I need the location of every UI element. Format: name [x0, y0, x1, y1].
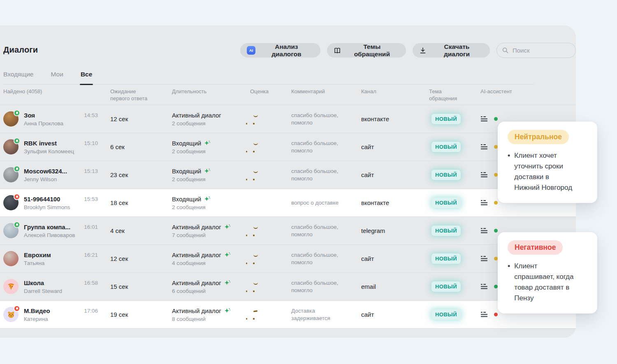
page: Диалоги AI Анализ диалогов Темы обращени…: [0, 0, 617, 364]
duration-cell: Активный диалог 7 сообщений: [172, 223, 250, 238]
first-response-wait: 4 сек: [110, 227, 172, 234]
duration-cell: Входящий 2 сообщения: [172, 168, 250, 182]
first-response-wait: 15 сек: [110, 283, 172, 290]
ai-sparkle-icon: [224, 252, 231, 258]
comment: вопрос о доставке: [291, 199, 361, 207]
book-icon: [334, 47, 341, 54]
message-count: 2 сообщения: [172, 204, 250, 210]
channel: сайт: [361, 143, 429, 150]
message-count: 6 сообщений: [172, 288, 250, 294]
pizza-avatar: [3, 279, 19, 294]
summary-icon: [480, 228, 488, 234]
summary-icon: [480, 172, 488, 178]
tab-0[interactable]: Входящие: [3, 67, 34, 84]
ai-status-dot: [494, 285, 498, 288]
avatar: [3, 139, 19, 154]
topics-button[interactable]: Темы обращений: [327, 43, 406, 58]
dialog-row-5[interactable]: Еврохим Татьяна 16:21 12 сек Активный ди…: [0, 245, 576, 273]
column-header-4: Канал: [361, 88, 429, 105]
topic-cell: НОВЫЙ: [429, 170, 480, 180]
dialog-row-3[interactable]: 51-99644100 Brooklyn Simmons 15:53 18 се…: [0, 189, 576, 217]
topics-label: Темы обращений: [345, 43, 399, 58]
duration-cell: Входящий 2 сообщения: [172, 196, 250, 210]
dialog-status: Входящий: [172, 196, 201, 203]
client-cell: Moscow6324... Jenny Wilson 15:13: [3, 161, 110, 189]
message-count: 4 сообщения: [172, 260, 250, 266]
dialog-row-2[interactable]: Moscow6324... Jenny Wilson 15:13 23 сек …: [0, 161, 576, 189]
dialog-time: 17:06: [84, 308, 98, 314]
download-dialogs-button[interactable]: Скачать диалоги: [413, 43, 490, 58]
avatar-status-badge: [14, 110, 20, 116]
dialog-time: 14:53: [84, 112, 98, 118]
dialog-time: 15:53: [84, 196, 98, 202]
dialog-status: Входящий: [172, 168, 201, 175]
ai-sparkle-icon: [204, 140, 211, 146]
dialog-status: Активный диалог: [172, 307, 221, 314]
topic-badge[interactable]: НОВЫЙ: [431, 170, 461, 180]
tabs: ВходящиеМоиВсе: [3, 67, 534, 85]
client-cell: RBK invest Зульфия Коломеец 15:10: [3, 133, 110, 161]
client-cell: Зоя Анна Проклова 14:53: [3, 105, 110, 133]
message-count: 2 сообщения: [172, 120, 250, 127]
first-response-wait: 19 сек: [110, 311, 172, 318]
duration-cell: Активный диалог 8 сообщений: [172, 307, 250, 322]
ai-sparkle-icon: [224, 308, 231, 314]
avatar: [3, 223, 19, 238]
client-name: Moscow6324...: [24, 168, 67, 175]
topic-badge[interactable]: НОВЫЙ: [431, 142, 461, 152]
avatar: [3, 167, 19, 182]
topic-badge[interactable]: НОВЫЙ: [431, 114, 461, 124]
topic-cell: НОВЫЙ: [429, 114, 480, 124]
dialog-time: 16:58: [84, 280, 98, 286]
avatar-photo: [3, 251, 19, 266]
dialog-row-1[interactable]: RBK invest Зульфия Коломеец 15:10 6 сек …: [0, 133, 576, 161]
message-count: 7 сообщений: [172, 232, 250, 238]
channel: telegram: [361, 227, 429, 234]
ai-sparkle-icon: [204, 196, 211, 202]
dialog-row-6[interactable]: Школа Darrell Steward 16:58 15 сек Актив…: [0, 273, 576, 301]
dialog-row-0[interactable]: Зоя Анна Проклова 14:53 12 сек Активный …: [0, 105, 576, 133]
avatar: [3, 111, 19, 127]
avatar-status-badge: [14, 166, 20, 172]
client-subname: Brooklyn Simmons: [24, 204, 70, 210]
tab-2[interactable]: Все: [81, 67, 92, 84]
avatar: [3, 279, 19, 294]
topic-badge[interactable]: НОВЫЙ: [431, 253, 461, 264]
sentiment-text: Клиент хочет уточнить сроки доставки в Н…: [514, 150, 572, 193]
client-subname: Катерина: [24, 316, 50, 322]
ai-status-dot: [494, 313, 498, 316]
dialog-status: Активный диалог: [172, 279, 221, 286]
ai-status-dot: [494, 201, 498, 205]
comment: спасибо большое, помогло: [291, 168, 361, 182]
first-response-wait: 6 сек: [110, 143, 172, 150]
ai-status-dot: [494, 229, 498, 233]
topic-badge[interactable]: НОВЫЙ: [431, 198, 461, 208]
comment: спасибо большое, помогло: [291, 223, 361, 238]
analyze-dialogs-button[interactable]: AI Анализ диалогов: [240, 43, 320, 58]
client-name: Школа: [24, 279, 62, 286]
avatar: [3, 307, 19, 322]
topic-badge[interactable]: НОВЫЙ: [431, 281, 461, 292]
ai-sparkle-icon: [204, 168, 211, 174]
toolbar: AI Анализ диалогов Темы обращений Скачат…: [240, 43, 576, 58]
bell-icon: [15, 167, 19, 171]
topic-badge[interactable]: НОВЫЙ: [431, 226, 461, 236]
avatar-status-badge: [14, 221, 20, 228]
comment: спасибо большое, помогло: [291, 112, 361, 127]
duration-cell: Активный диалог 4 сообщения: [172, 251, 250, 266]
ai-sparkle-icon: [224, 224, 231, 230]
tab-1[interactable]: Мои: [51, 67, 63, 84]
column-header-5: Тема обращения: [429, 88, 480, 105]
dialog-row-7[interactable]: М.Видео Катерина 17:06 19 сек Активный д…: [0, 301, 576, 329]
client-name: Зоя: [24, 112, 63, 119]
topic-cell: НОВЫЙ: [429, 309, 480, 320]
column-header-1: Длительность: [172, 88, 250, 105]
dialog-list: Зоя Анна Проклова 14:53 12 сек Активный …: [0, 105, 576, 329]
client-subname: Алексей Пивоваров: [24, 232, 75, 238]
sentiment-tooltip-neutral: Нейтральное • Клиент хочет уточнить срок…: [498, 122, 597, 203]
client-cell: М.Видео Катерина 17:06: [3, 301, 110, 328]
client-name: М.Видео: [24, 307, 50, 314]
first-response-wait: 23 сек: [110, 171, 172, 178]
topic-badge[interactable]: НОВЫЙ: [431, 309, 461, 320]
dialog-row-4[interactable]: Группа компа... Алексей Пивоваров 16:01 …: [0, 217, 576, 245]
